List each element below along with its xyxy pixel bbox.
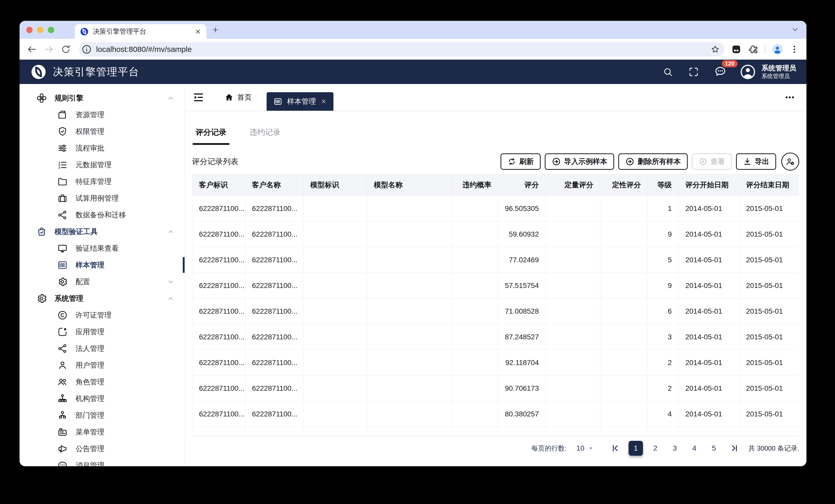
- table-row[interactable]: 6222871100...6222871100...77.0246952014-…: [192, 247, 799, 273]
- sidebar-nav: 规则引擎资源管理权限管理流程审批123元数据管理特征库管理试算用例管理数据备份和…: [20, 84, 185, 466]
- sidebar-item-resource-management[interactable]: 资源管理: [20, 106, 185, 123]
- sidebar-item-menu-management[interactable]: 菜单管理: [20, 424, 185, 440]
- maximize-window-button[interactable]: [48, 27, 54, 33]
- sidebar-item-role-management[interactable]: 角色管理: [20, 374, 185, 390]
- sidebar-item-sample-management[interactable]: 样本管理: [20, 257, 185, 273]
- sidebar-item-configuration[interactable]: 配置: [20, 273, 185, 290]
- import-sample-button[interactable]: 导入示例样本: [545, 153, 614, 170]
- table-cell: [367, 376, 452, 401]
- table-row[interactable]: 6222871100...6222871100...80.38025742014…: [192, 401, 799, 427]
- refresh-button[interactable]: 刷新: [501, 153, 541, 170]
- export-button[interactable]: 导出: [736, 153, 776, 170]
- sidebar-item-department-management[interactable]: 部门管理: [20, 407, 185, 424]
- table-cell: 2015-05-01: [739, 298, 799, 324]
- sidebar-section-rule-engine[interactable]: 规则引擎: [20, 90, 185, 106]
- open-page-tab[interactable]: 样本管理: [267, 92, 333, 111]
- tab-overflow-button[interactable]: [791, 25, 799, 34]
- list-header: 评分记录列表 刷新 导入示例样本 删除所有样本: [185, 152, 807, 171]
- sidebar-item-metadata-management[interactable]: 123元数据管理: [20, 156, 185, 173]
- more-actions-icon[interactable]: [785, 92, 795, 103]
- org-chart-icon: [57, 393, 68, 404]
- page-button-5[interactable]: 5: [707, 441, 721, 456]
- tab-close-icon[interactable]: [195, 28, 201, 35]
- sidebar-item-application-management[interactable]: 应用管理: [20, 323, 185, 340]
- breadcrumb-home[interactable]: 首页: [224, 92, 252, 102]
- table-cell: [546, 401, 600, 427]
- sidebar-item-user-management[interactable]: 用户管理: [20, 357, 185, 374]
- gear-icon: [57, 276, 68, 287]
- sidebar-item-label: 特征库管理: [76, 177, 111, 187]
- sidebar-section-system-management[interactable]: 系统管理: [20, 290, 185, 307]
- home-icon[interactable]: [224, 93, 234, 102]
- sidebar-item-trial-case-management[interactable]: 试算用例管理: [20, 190, 185, 207]
- sidebar-item-organization-management[interactable]: 机构管理: [20, 390, 185, 407]
- page-button-4[interactable]: 4: [687, 441, 701, 456]
- tab-default-records[interactable]: 违约记录: [247, 121, 284, 145]
- table-cell: [304, 247, 367, 273]
- rows-per-page-value[interactable]: 10: [576, 444, 584, 453]
- side-panel-icon[interactable]: [731, 44, 742, 55]
- column-header: 定性评分: [600, 174, 648, 196]
- sidebar-item-message-management[interactable]: 消息管理: [20, 457, 185, 466]
- page-button-3[interactable]: 3: [668, 441, 682, 456]
- address-bar[interactable]: localhost:8080/#/mv/sample: [79, 42, 724, 57]
- table-cell: [546, 376, 600, 401]
- url-text[interactable]: localhost:8080/#/mv/sample: [96, 45, 710, 54]
- sidebar-item-data-backup-migration[interactable]: 数据备份和迁移: [20, 207, 185, 223]
- table-row[interactable]: 6222871100...6222871100...92.11870422014…: [192, 350, 799, 376]
- sidebar-item-feature-library[interactable]: 特征库管理: [20, 173, 185, 190]
- search-icon[interactable]: [663, 67, 673, 77]
- sidebar-item-license-management[interactable]: 许可证管理: [20, 307, 185, 323]
- browser-profile-icon[interactable]: [772, 43, 783, 55]
- table-row[interactable]: 6222871100...6222871100...71.00852862014…: [192, 298, 799, 324]
- table-row[interactable]: 6222871100...6222871100...59.6093292014-…: [192, 222, 799, 247]
- table-cell: 2015-05-01: [739, 273, 799, 298]
- extensions-icon[interactable]: [748, 44, 759, 55]
- page-button-1[interactable]: 1: [629, 441, 643, 456]
- delete-all-samples-button[interactable]: 删除所有样本: [618, 153, 688, 170]
- table-cell: [367, 222, 452, 247]
- table-cell: [304, 376, 367, 401]
- table-row[interactable]: 6222871100...6222871100...96.50530512014…: [192, 196, 799, 222]
- fullscreen-icon[interactable]: [688, 66, 699, 78]
- last-page-icon[interactable]: [730, 444, 739, 453]
- table-cell: [739, 427, 799, 436]
- reload-button[interactable]: [61, 44, 71, 55]
- tab-score-records[interactable]: 评分记录: [192, 121, 229, 145]
- close-page-tab-icon[interactable]: [321, 98, 327, 105]
- close-window-button[interactable]: [26, 27, 33, 33]
- new-tab-button[interactable]: [211, 26, 219, 34]
- sidebar-item-announcement-management[interactable]: 公告管理: [20, 440, 185, 457]
- back-button[interactable]: [27, 44, 37, 55]
- page-button-2[interactable]: 2: [648, 441, 663, 456]
- forward-button[interactable]: [44, 44, 54, 55]
- browser-tab[interactable]: 决策引擎管理平台: [75, 24, 206, 39]
- sidebar-item-legal-entity-management[interactable]: 法人管理: [20, 340, 185, 357]
- user-settings-button[interactable]: [781, 152, 799, 171]
- sidebar-item-label: 应用管理: [76, 327, 104, 337]
- eye-icon: [699, 157, 708, 166]
- collapse-sidebar-icon[interactable]: [192, 91, 204, 103]
- browser-menu-icon[interactable]: [790, 44, 799, 54]
- first-page-icon[interactable]: [611, 444, 620, 453]
- sidebar-item-permission-management[interactable]: 权限管理: [20, 123, 185, 140]
- avatar[interactable]: [740, 64, 756, 80]
- bookmark-star-icon[interactable]: [710, 44, 720, 54]
- breadcrumb-home-label[interactable]: 首页: [237, 92, 252, 102]
- minimize-window-button[interactable]: [37, 27, 43, 33]
- table-cell: 6222871100...: [245, 273, 304, 298]
- sidebar-item-process-approval[interactable]: 流程审批: [20, 140, 185, 156]
- table-row[interactable]: 6222871100...6222871100...87.24852732014…: [192, 324, 799, 350]
- rows-per-page-caret-icon[interactable]: [588, 445, 594, 451]
- sidebar-item-validation-result-view[interactable]: 验证结果查看: [20, 240, 185, 257]
- user-menu[interactable]: 系统管理员 系统管理员: [740, 64, 796, 80]
- column-header: 评分开始日期: [679, 174, 739, 196]
- column-header: 等级: [648, 174, 679, 196]
- table-row[interactable]: 6222871100...6222871100...90.70617322014…: [192, 376, 799, 401]
- sidebar-section-model-validation-tools[interactable]: 模型验证工具: [20, 223, 185, 240]
- table-cell: 92.118704: [498, 350, 546, 376]
- table-row[interactable]: 6222871100...6222871100...57.51575492014…: [192, 273, 799, 298]
- main-content: 首页 样本管理 评分记录违约记录 评分记录列表 刷新: [185, 84, 807, 466]
- site-info-icon[interactable]: [81, 44, 92, 55]
- table-cell: [498, 427, 546, 436]
